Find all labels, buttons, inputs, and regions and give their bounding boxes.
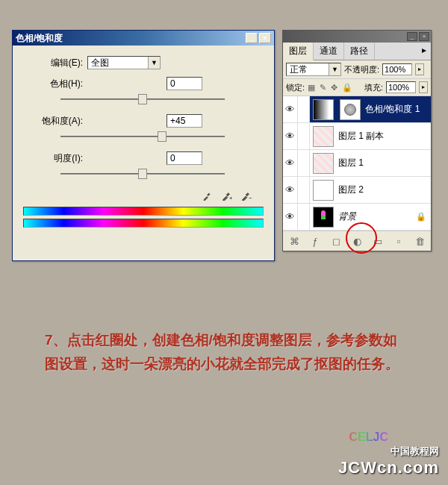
eyedropper-icon[interactable]	[201, 189, 214, 202]
link-layers-icon[interactable]: ⌘	[287, 234, 301, 248]
layer-name: 图层 1 副本	[337, 130, 431, 143]
panel-menu-icon[interactable]: ▸	[417, 43, 431, 60]
blend-mode-value[interactable]	[287, 63, 329, 75]
lock-pixels-icon[interactable]: ✎	[320, 83, 326, 93]
hue-slider[interactable]	[60, 93, 225, 105]
eyedropper-add-icon[interactable]	[220, 189, 234, 202]
lightness-slider[interactable]	[60, 168, 225, 180]
eyedropper-subtract-icon[interactable]	[240, 189, 253, 202]
fill-input[interactable]	[386, 81, 416, 93]
lightness-slider-thumb[interactable]	[138, 169, 147, 179]
fill-arrow-icon[interactable]: ▸	[419, 81, 428, 93]
blend-mode-combo[interactable]: ▼	[286, 63, 341, 76]
fill-label: 填充:	[364, 82, 383, 93]
layer-mask-icon[interactable]: ◻	[329, 234, 343, 248]
eyedropper-row	[23, 189, 253, 202]
layer-list: 👁 色相/饱和度 1 👁 图层 1 副本 👁 图层 1 👁 图层 2 👁	[283, 96, 431, 231]
opacity-input[interactable]	[382, 63, 412, 75]
panel-minimize-button[interactable]: _	[407, 32, 417, 41]
adjustment-layer-icon[interactable]: ◐	[350, 234, 364, 248]
lightness-input[interactable]	[167, 151, 202, 165]
saturation-slider-thumb[interactable]	[158, 131, 167, 142]
link-column[interactable]	[298, 96, 310, 122]
lightness-label: 明度(I):	[23, 152, 83, 165]
layer-name: 图层 1	[337, 157, 431, 169]
watermark-line1: 中国教程网	[338, 445, 439, 458]
visibility-eye-icon[interactable]: 👁	[283, 204, 298, 230]
saturation-slider[interactable]	[60, 131, 225, 143]
layer-row[interactable]: 👁 色相/饱和度 1	[283, 96, 431, 123]
close-button[interactable]: ×	[259, 33, 271, 43]
tab-layers[interactable]: 图层	[283, 43, 314, 60]
lock-position-icon[interactable]: ✥	[331, 83, 337, 93]
delete-layer-icon[interactable]: 🗑	[413, 234, 426, 248]
adjustment-thumb[interactable]	[340, 99, 361, 120]
link-column[interactable]	[298, 150, 310, 176]
watermark: 中国教程网 JCWcn.com	[338, 445, 439, 478]
dialog-title: 色相/饱和度	[16, 32, 63, 45]
logo-text: CELJC	[349, 431, 388, 444]
layer-thumb[interactable]	[313, 207, 334, 228]
lock-icons-row: ▦ ✎ ✥ 🔒	[308, 83, 352, 93]
opacity-label: 不透明度:	[344, 64, 379, 75]
minimize-button[interactable]: _	[246, 33, 258, 43]
layer-thumb[interactable]	[313, 180, 334, 201]
edit-combo-value[interactable]	[88, 57, 148, 69]
lock-label: 锁定:	[286, 82, 305, 93]
instruction-text: 7、点击红圈处，创建色相/饱和度调整图层，参考参数如图设置，这时一朵漂亮的小花就…	[45, 328, 403, 377]
hue-input[interactable]	[167, 77, 202, 90]
panel-titlebar[interactable]: _ ×	[283, 31, 431, 43]
edit-combo[interactable]: ▼	[87, 56, 161, 69]
layer-name: 图层 2	[337, 184, 431, 196]
layer-row[interactable]: 👁 图层 1	[283, 150, 431, 177]
visibility-eye-icon[interactable]: 👁	[283, 150, 298, 176]
hue-spectrum-bottom	[23, 219, 264, 228]
lock-icon: 🔒	[416, 212, 426, 222]
layer-name: 色相/饱和度 1	[364, 103, 431, 116]
panel-close-button[interactable]: ×	[419, 32, 429, 41]
visibility-eye-icon[interactable]: 👁	[283, 177, 298, 203]
hue-spectrum-top	[23, 207, 264, 216]
layers-panel: _ × 图层 通道 路径 ▸ ▼ 不透明度: ▸ 锁定: ▦ ✎ ✥ 🔒 填充:…	[282, 30, 432, 251]
layer-row[interactable]: 👁 图层 1 副本	[283, 123, 431, 150]
hue-slider-thumb[interactable]	[138, 94, 147, 104]
saturation-input[interactable]	[167, 114, 202, 128]
lock-all-icon[interactable]: 🔒	[342, 83, 352, 93]
titlebar-buttons: _ ×	[246, 33, 271, 43]
link-column[interactable]	[298, 177, 310, 203]
watermark-line2: JCWcn.com	[338, 458, 439, 478]
chevron-down-icon[interactable]: ▼	[329, 63, 340, 75]
chevron-down-icon[interactable]: ▼	[148, 57, 160, 69]
new-layer-icon[interactable]: ▫	[392, 234, 405, 248]
layer-style-icon[interactable]: ƒ	[308, 234, 322, 248]
layer-row[interactable]: 👁 图层 2	[283, 177, 431, 204]
layer-row[interactable]: 👁 背景 🔒	[283, 204, 431, 231]
saturation-label: 饱和度(A):	[23, 115, 83, 128]
dialog-titlebar[interactable]: 色相/饱和度 _ ×	[13, 31, 274, 46]
tab-paths[interactable]: 路径	[344, 43, 375, 60]
panel-footer: ⌘ ƒ ◻ ◐ ▭ ▫ 🗑	[283, 231, 431, 251]
tab-channels[interactable]: 通道	[314, 43, 344, 60]
opacity-arrow-icon[interactable]: ▸	[415, 63, 424, 75]
layer-thumb[interactable]	[313, 153, 334, 174]
new-group-icon[interactable]: ▭	[371, 234, 385, 248]
link-column[interactable]	[298, 204, 310, 230]
panel-tabs: 图层 通道 路径 ▸	[283, 43, 431, 60]
link-column[interactable]	[298, 123, 310, 149]
visibility-eye-icon[interactable]: 👁	[283, 96, 298, 122]
layer-thumb[interactable]	[313, 126, 334, 147]
hue-label: 色相(H):	[23, 78, 83, 90]
hue-saturation-dialog: 色相/饱和度 _ × 编辑(E): ▼ 色相(H): 饱和度(A):	[12, 30, 275, 261]
visibility-eye-icon[interactable]: 👁	[283, 123, 298, 149]
layer-name: 背景	[337, 210, 416, 223]
layer-mask-thumb[interactable]	[313, 99, 334, 120]
lock-transparency-icon[interactable]: ▦	[308, 83, 315, 93]
edit-label: 编辑(E):	[23, 57, 83, 69]
